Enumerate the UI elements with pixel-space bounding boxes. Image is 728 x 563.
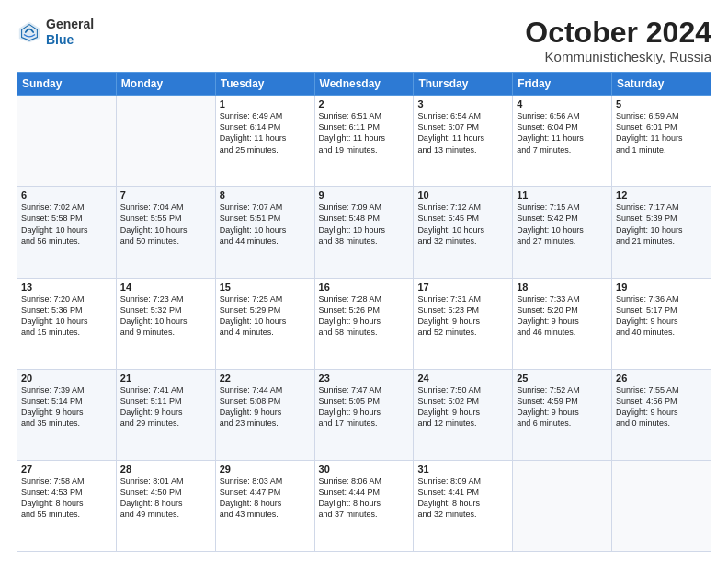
- day-number: 12: [616, 190, 707, 201]
- day-number: 6: [21, 190, 112, 201]
- weekday-header: Sunday: [17, 73, 117, 96]
- day-number: 2: [319, 98, 410, 109]
- cell-content: Sunrise: 7:09 AM Sunset: 5:48 PM Dayligh…: [319, 201, 410, 247]
- day-number: 1: [220, 98, 311, 109]
- day-number: 24: [417, 373, 508, 384]
- weekday-header: Friday: [513, 73, 612, 96]
- calendar-cell: 7Sunrise: 7:04 AM Sunset: 5:55 PM Daylig…: [116, 187, 215, 278]
- month-title: October 2024: [525, 17, 711, 49]
- calendar-header: SundayMondayTuesdayWednesdayThursdayFrid…: [17, 73, 711, 96]
- calendar-cell: 15Sunrise: 7:25 AM Sunset: 5:29 PM Dayli…: [215, 278, 314, 369]
- calendar-cell: 19Sunrise: 7:36 AM Sunset: 5:17 PM Dayli…: [612, 278, 711, 369]
- day-number: 28: [120, 464, 211, 475]
- calendar-week: 1Sunrise: 6:49 AM Sunset: 6:14 PM Daylig…: [17, 96, 711, 187]
- cell-content: Sunrise: 7:31 AM Sunset: 5:23 PM Dayligh…: [417, 293, 508, 339]
- calendar-cell: 9Sunrise: 7:09 AM Sunset: 5:48 PM Daylig…: [314, 187, 414, 278]
- cell-content: Sunrise: 6:54 AM Sunset: 6:07 PM Dayligh…: [417, 110, 508, 155]
- cell-content: Sunrise: 6:56 AM Sunset: 6:04 PM Dayligh…: [517, 110, 608, 155]
- calendar-cell: 3Sunrise: 6:54 AM Sunset: 6:07 PM Daylig…: [414, 96, 513, 187]
- cell-content: Sunrise: 7:17 AM Sunset: 5:39 PM Dayligh…: [616, 201, 707, 247]
- day-number: 16: [319, 282, 410, 293]
- calendar-cell: 23Sunrise: 7:47 AM Sunset: 5:05 PM Dayli…: [314, 369, 414, 460]
- cell-content: Sunrise: 7:41 AM Sunset: 5:11 PM Dayligh…: [120, 385, 211, 430]
- cell-content: Sunrise: 8:01 AM Sunset: 4:50 PM Dayligh…: [120, 476, 211, 521]
- calendar-cell: 17Sunrise: 7:31 AM Sunset: 5:23 PM Dayli…: [414, 278, 513, 369]
- calendar-body: 1Sunrise: 6:49 AM Sunset: 6:14 PM Daylig…: [17, 96, 711, 552]
- page: General Blue October 2024 Kommunistiches…: [0, 0, 728, 563]
- cell-content: Sunrise: 7:25 AM Sunset: 5:29 PM Dayligh…: [220, 293, 311, 339]
- weekday-header: Thursday: [414, 73, 513, 96]
- calendar-cell: 28Sunrise: 8:01 AM Sunset: 4:50 PM Dayli…: [116, 460, 215, 551]
- cell-content: Sunrise: 8:03 AM Sunset: 4:47 PM Dayligh…: [220, 476, 311, 521]
- title-block: October 2024 Kommunisticheskiy, Russia: [525, 17, 711, 64]
- cell-content: Sunrise: 7:47 AM Sunset: 5:05 PM Dayligh…: [319, 385, 410, 430]
- cell-content: Sunrise: 7:50 AM Sunset: 5:02 PM Dayligh…: [417, 385, 508, 430]
- cell-content: Sunrise: 7:04 AM Sunset: 5:55 PM Dayligh…: [120, 201, 211, 247]
- day-number: 17: [417, 282, 508, 293]
- calendar: SundayMondayTuesdayWednesdayThursdayFrid…: [17, 72, 711, 552]
- cell-content: Sunrise: 6:59 AM Sunset: 6:01 PM Dayligh…: [616, 110, 707, 155]
- day-number: 27: [21, 464, 112, 475]
- cell-content: Sunrise: 6:51 AM Sunset: 6:11 PM Dayligh…: [319, 110, 410, 155]
- header: General Blue October 2024 Kommunistiches…: [17, 17, 711, 64]
- day-number: 8: [220, 190, 311, 201]
- cell-content: Sunrise: 7:23 AM Sunset: 5:32 PM Dayligh…: [120, 293, 211, 339]
- weekday-row: SundayMondayTuesdayWednesdayThursdayFrid…: [17, 73, 711, 96]
- calendar-cell: 25Sunrise: 7:52 AM Sunset: 4:59 PM Dayli…: [513, 369, 612, 460]
- day-number: 22: [220, 373, 311, 384]
- calendar-cell: 21Sunrise: 7:41 AM Sunset: 5:11 PM Dayli…: [116, 369, 215, 460]
- logo-blue: Blue: [46, 32, 74, 47]
- calendar-cell: 10Sunrise: 7:12 AM Sunset: 5:45 PM Dayli…: [414, 187, 513, 278]
- day-number: 9: [319, 190, 410, 201]
- cell-content: Sunrise: 7:55 AM Sunset: 4:56 PM Dayligh…: [616, 385, 707, 430]
- day-number: 19: [616, 282, 707, 293]
- calendar-cell: 22Sunrise: 7:44 AM Sunset: 5:08 PM Dayli…: [215, 369, 314, 460]
- cell-content: Sunrise: 7:20 AM Sunset: 5:36 PM Dayligh…: [21, 293, 112, 339]
- calendar-week: 6Sunrise: 7:02 AM Sunset: 5:58 PM Daylig…: [17, 187, 711, 278]
- calendar-cell: 30Sunrise: 8:06 AM Sunset: 4:44 PM Dayli…: [314, 460, 414, 551]
- logo: General Blue: [17, 17, 94, 48]
- weekday-header: Saturday: [612, 73, 711, 96]
- day-number: 13: [21, 282, 112, 293]
- calendar-cell: 12Sunrise: 7:17 AM Sunset: 5:39 PM Dayli…: [612, 187, 711, 278]
- calendar-week: 27Sunrise: 7:58 AM Sunset: 4:53 PM Dayli…: [17, 460, 711, 551]
- cell-content: Sunrise: 7:36 AM Sunset: 5:17 PM Dayligh…: [616, 293, 707, 339]
- day-number: 15: [220, 282, 311, 293]
- day-number: 23: [319, 373, 410, 384]
- day-number: 25: [517, 373, 608, 384]
- day-number: 18: [517, 282, 608, 293]
- calendar-cell: 6Sunrise: 7:02 AM Sunset: 5:58 PM Daylig…: [17, 187, 117, 278]
- calendar-cell: 13Sunrise: 7:20 AM Sunset: 5:36 PM Dayli…: [17, 278, 117, 369]
- calendar-cell: 31Sunrise: 8:09 AM Sunset: 4:41 PM Dayli…: [414, 460, 513, 551]
- calendar-cell: 16Sunrise: 7:28 AM Sunset: 5:26 PM Dayli…: [314, 278, 414, 369]
- calendar-cell: 14Sunrise: 7:23 AM Sunset: 5:32 PM Dayli…: [116, 278, 215, 369]
- day-number: 20: [21, 373, 112, 384]
- cell-content: Sunrise: 7:28 AM Sunset: 5:26 PM Dayligh…: [319, 293, 410, 339]
- day-number: 5: [616, 98, 707, 109]
- day-number: 26: [616, 373, 707, 384]
- day-number: 10: [417, 190, 508, 201]
- weekday-header: Wednesday: [314, 73, 414, 96]
- cell-content: Sunrise: 7:15 AM Sunset: 5:42 PM Dayligh…: [517, 201, 608, 247]
- calendar-week: 13Sunrise: 7:20 AM Sunset: 5:36 PM Dayli…: [17, 278, 711, 369]
- logo-text: General Blue: [46, 17, 94, 48]
- day-number: 30: [319, 464, 410, 475]
- cell-content: Sunrise: 7:07 AM Sunset: 5:51 PM Dayligh…: [220, 201, 311, 247]
- day-number: 31: [417, 464, 508, 475]
- calendar-cell: 24Sunrise: 7:50 AM Sunset: 5:02 PM Dayli…: [414, 369, 513, 460]
- location: Kommunisticheskiy, Russia: [525, 49, 711, 64]
- weekday-header: Tuesday: [215, 73, 314, 96]
- calendar-cell: 26Sunrise: 7:55 AM Sunset: 4:56 PM Dayli…: [612, 369, 711, 460]
- cell-content: Sunrise: 7:02 AM Sunset: 5:58 PM Dayligh…: [21, 201, 112, 247]
- calendar-cell: [17, 96, 117, 187]
- calendar-cell: 8Sunrise: 7:07 AM Sunset: 5:51 PM Daylig…: [215, 187, 314, 278]
- day-number: 4: [517, 98, 608, 109]
- day-number: 21: [120, 373, 211, 384]
- day-number: 3: [417, 98, 508, 109]
- logo-general: General: [46, 17, 94, 31]
- cell-content: Sunrise: 7:33 AM Sunset: 5:20 PM Dayligh…: [517, 293, 608, 339]
- cell-content: Sunrise: 7:58 AM Sunset: 4:53 PM Dayligh…: [21, 476, 112, 521]
- calendar-cell: 2Sunrise: 6:51 AM Sunset: 6:11 PM Daylig…: [314, 96, 414, 187]
- calendar-cell: [612, 460, 711, 551]
- day-number: 14: [120, 282, 211, 293]
